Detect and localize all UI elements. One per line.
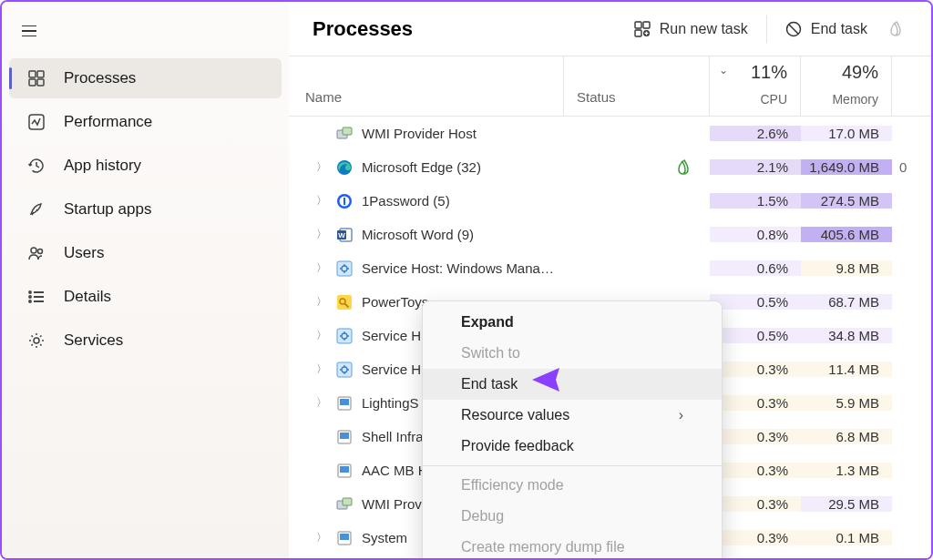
cpu-cell: 0.3%	[710, 463, 801, 478]
memory-cell: 34.8 MB	[801, 328, 892, 343]
context-menu-label: Debug	[461, 508, 504, 524]
process-icon	[336, 260, 353, 277]
sidebar-item-label: Performance	[64, 113, 152, 131]
sidebar-item-processes[interactable]: Processes	[9, 58, 282, 98]
svg-rect-11	[635, 22, 641, 28]
memory-cell: 5.9 MB	[801, 395, 892, 411]
process-row[interactable]: 〉1Password (5)1.5%274.5 MB	[289, 184, 931, 218]
cpu-cell: 0.3%	[710, 496, 801, 512]
memory-cell: 0.1 MB	[801, 530, 892, 545]
column-memory[interactable]: 49% Memory	[801, 56, 892, 116]
expand-chevron-icon[interactable]: 〉	[316, 328, 327, 343]
context-menu-label: Switch to	[461, 345, 520, 361]
expand-chevron-icon[interactable]: 〉	[316, 294, 327, 310]
expand-chevron-icon[interactable]: 〉	[316, 260, 327, 276]
memory-cell: 1,649.0 MB	[801, 159, 892, 175]
hamburger-icon	[22, 25, 36, 37]
sidebar-item-performance[interactable]: Performance	[9, 102, 282, 142]
context-menu-label: Efficiency mode	[461, 477, 564, 494]
header: Processes Run new task End task	[289, 2, 931, 56]
column-name[interactable]: Name	[289, 56, 564, 116]
context-menu-item-expand[interactable]: Expand	[423, 307, 722, 338]
memory-cell: 9.8 MB	[801, 260, 892, 276]
efficiency-mode-button[interactable]	[880, 13, 913, 46]
cpu-cell: 0.8%	[710, 227, 801, 242]
expand-chevron-icon[interactable]: 〉	[316, 530, 327, 545]
svg-point-5	[31, 248, 36, 253]
table-header: Name Status ⌄ 11% CPU 49% Memory	[289, 56, 931, 117]
context-menu: ExpandSwitch toEnd taskResource values›P…	[422, 300, 723, 560]
sidebar-item-details[interactable]: Details	[9, 277, 282, 317]
context-menu-label: End task	[461, 376, 518, 392]
svg-rect-12	[643, 22, 650, 28]
expand-chevron-icon[interactable]: 〉	[316, 361, 327, 377]
svg-rect-1	[37, 71, 44, 77]
svg-rect-13	[635, 30, 641, 36]
memory-cell: 29.5 MB	[801, 496, 892, 512]
cpu-cell: 0.3%	[710, 361, 801, 377]
process-row[interactable]: WMI Provider Host2.6%17.0 MB	[289, 117, 931, 150]
leaf-icon	[675, 158, 693, 177]
process-row[interactable]: 〉WMicrosoft Word (9)0.8%405.6 MB	[289, 218, 931, 251]
process-name: Microsoft Word (9)	[362, 227, 474, 242]
cpu-cell: 0.5%	[710, 328, 801, 343]
context-menu-item-end-task[interactable]: End task	[423, 369, 722, 400]
process-name: Microsoft Edge (32)	[362, 159, 481, 175]
run-new-task-button[interactable]: Run new task	[621, 14, 761, 45]
process-name: Service H	[362, 328, 421, 343]
cpu-cell: 0.3%	[710, 429, 801, 444]
history-icon	[27, 157, 46, 175]
expand-chevron-icon[interactable]: 〉	[316, 159, 327, 175]
sidebar-item-users[interactable]: Users	[9, 233, 282, 273]
sidebar-item-app-history[interactable]: App history	[9, 146, 282, 186]
context-menu-item-resource-values[interactable]: Resource values›	[423, 400, 722, 431]
context-menu-item-provide-feedback[interactable]: Provide feedback	[423, 431, 722, 462]
users-icon	[27, 244, 46, 262]
svg-rect-0	[29, 71, 36, 77]
sidebar-item-services[interactable]: Services	[9, 321, 282, 361]
process-name: LightingS	[362, 395, 419, 411]
process-icon	[336, 429, 353, 445]
hamburger-menu-button[interactable]	[11, 13, 47, 49]
expand-chevron-icon[interactable]: 〉	[316, 395, 327, 411]
sidebar-item-label: App history	[64, 157, 141, 175]
startup-icon	[27, 200, 46, 219]
svg-rect-21	[343, 198, 345, 205]
cpu-cell: 0.3%	[710, 530, 801, 545]
svg-rect-25	[337, 261, 352, 276]
process-icon: W	[336, 227, 353, 243]
gear-icon	[27, 331, 46, 350]
process-icon	[336, 463, 353, 479]
context-menu-label: Resource values	[461, 407, 569, 423]
process-name: Service Host: Windows Mana…	[362, 260, 554, 276]
expand-chevron-icon[interactable]: 〉	[316, 193, 327, 209]
cpu-cell: 0.6%	[710, 260, 801, 276]
list-icon	[27, 288, 46, 306]
expand-chevron-icon[interactable]: 〉	[316, 227, 327, 242]
process-icon	[336, 395, 353, 412]
memory-cell: 1.3 MB	[801, 463, 892, 478]
leaf-icon	[887, 20, 906, 38]
cpu-cell: 1.5%	[710, 193, 801, 209]
process-row[interactable]: 〉Microsoft Edge (32)2.1%1,649.0 MB0	[289, 150, 931, 184]
context-menu-label: Provide feedback	[461, 438, 574, 454]
svg-rect-34	[340, 399, 349, 405]
process-name: AAC MB H	[362, 463, 428, 478]
process-row[interactable]: 〉Service Host: Windows Mana…0.6%9.8 MB	[289, 251, 931, 285]
svg-rect-31	[337, 362, 352, 377]
sidebar-item-label: Startup apps	[64, 200, 151, 219]
cpu-cell: 2.1%	[710, 159, 801, 175]
column-cpu[interactable]: ⌄ 11% CPU	[710, 56, 801, 116]
sidebar-item-startup-apps[interactable]: Startup apps	[9, 189, 282, 229]
memory-usage-percent: 49%	[814, 62, 878, 83]
end-task-icon	[785, 21, 802, 37]
process-icon	[336, 530, 353, 546]
memory-cell: 11.4 MB	[801, 361, 892, 377]
sidebar-item-label: Processes	[64, 69, 136, 87]
sidebar-item-label: Details	[64, 288, 111, 306]
column-status[interactable]: Status	[564, 56, 710, 116]
chevron-down-icon: ⌄	[719, 64, 728, 76]
svg-rect-2	[29, 79, 36, 86]
end-task-button[interactable]: End task	[773, 14, 880, 45]
page-title: Processes	[307, 17, 621, 41]
